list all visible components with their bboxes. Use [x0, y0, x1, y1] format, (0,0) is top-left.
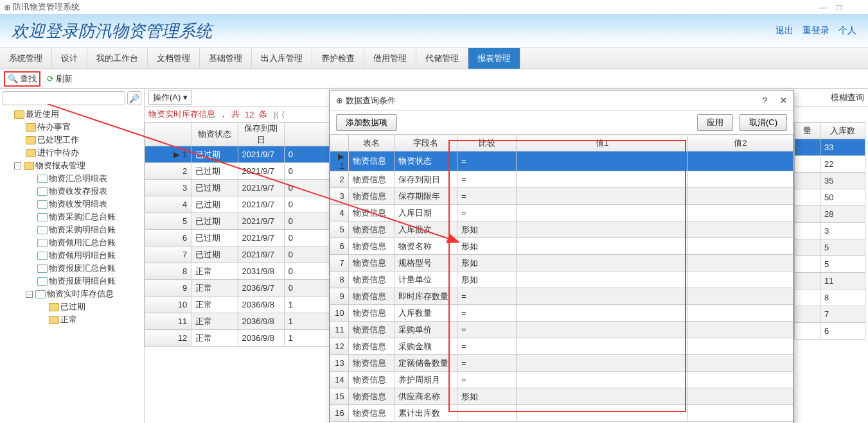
cell[interactable] — [795, 323, 820, 340]
col-header[interactable]: 值1 — [517, 135, 688, 151]
cell[interactable]: 0 — [284, 280, 330, 297]
cell[interactable]: 2036/9/8 — [238, 330, 284, 347]
cell[interactable]: 35 — [820, 173, 865, 189]
row-header[interactable]: 4 — [145, 196, 191, 213]
cell[interactable] — [517, 388, 688, 405]
col-header[interactable]: 保存到期日 — [238, 123, 284, 146]
cell[interactable]: 7 — [820, 306, 865, 323]
tree-expand-icon[interactable]: - — [26, 291, 33, 298]
cell[interactable]: = — [457, 372, 516, 388]
cell[interactable]: = — [457, 322, 516, 338]
cell[interactable]: 物资信息 — [348, 305, 394, 322]
cell[interactable]: 形如 — [457, 272, 516, 288]
cell[interactable]: 50 — [820, 189, 865, 206]
cell[interactable] — [687, 171, 793, 188]
cell[interactable]: 正常 — [191, 297, 238, 313]
menu-item[interactable]: 系统管理 — [0, 48, 52, 69]
row-header[interactable]: 16 — [330, 405, 349, 422]
cell[interactable] — [517, 151, 688, 171]
tree-node[interactable]: -物资报表管理 — [3, 159, 141, 172]
cell[interactable]: 保存到期日 — [394, 171, 457, 188]
cell[interactable]: 物资信息 — [348, 188, 394, 205]
cell[interactable] — [517, 405, 688, 422]
row-header[interactable]: 12 — [330, 338, 349, 355]
apply-button[interactable]: 应用 — [697, 114, 733, 131]
cell[interactable]: 形如 — [457, 221, 516, 238]
cell[interactable]: 22 — [820, 156, 865, 173]
refresh-button[interactable]: ⟳ 刷新 — [43, 72, 76, 86]
cell[interactable]: = — [457, 338, 516, 355]
data-table[interactable]: 物资状态保存到期日▶ 1已过期2021/9/702已过期2021/9/703已过… — [145, 122, 331, 347]
cell[interactable] — [517, 272, 688, 288]
cell[interactable]: 物资信息 — [348, 372, 394, 388]
row-header[interactable]: 9 — [145, 280, 191, 297]
cell[interactable] — [795, 273, 820, 289]
cell[interactable] — [795, 239, 820, 256]
cell[interactable]: 1 — [284, 297, 330, 313]
col-header[interactable]: 表名 — [348, 135, 394, 151]
menu-item[interactable]: 基础管理 — [200, 48, 252, 69]
cell[interactable]: 已过期 — [191, 180, 238, 196]
cell[interactable]: 2021/9/7 — [238, 146, 284, 163]
tree-node[interactable]: 物资报废汇总台账 — [3, 262, 141, 275]
cell[interactable] — [517, 221, 688, 238]
tree-node[interactable]: 物资报废明细台账 — [3, 275, 141, 288]
cell[interactable]: 2021/9/7 — [238, 230, 284, 246]
tree-node[interactable]: -物资实时库存信息 — [3, 288, 141, 300]
cell[interactable]: = — [457, 171, 516, 188]
cell[interactable]: 保存期限年 — [394, 188, 457, 205]
menu-item[interactable]: 报表管理 — [468, 48, 520, 69]
menu-item[interactable]: 养护检查 — [312, 48, 364, 69]
minimize-button[interactable]: — — [814, 3, 831, 12]
cell[interactable] — [517, 338, 688, 355]
cell[interactable] — [517, 355, 688, 372]
cell[interactable] — [795, 139, 820, 156]
cell[interactable] — [687, 322, 793, 338]
cell[interactable]: 1 — [284, 330, 330, 347]
tree-node[interactable]: 进行中待办 — [3, 146, 141, 159]
cell[interactable]: 定额储备数量 — [394, 355, 457, 372]
tree-node[interactable]: 物资领用汇总台账 — [3, 236, 141, 249]
tree-node[interactable]: 物资采购汇总台账 — [3, 211, 141, 223]
cell[interactable] — [517, 205, 688, 221]
row-header[interactable]: 3 — [330, 188, 349, 205]
cell[interactable]: 物资信息 — [348, 405, 394, 422]
cell[interactable]: 2021/9/7 — [238, 163, 284, 180]
cell[interactable]: 形如 — [457, 238, 516, 255]
menu-item[interactable]: 代储管理 — [416, 48, 468, 69]
row-header[interactable]: ▶ 1 — [145, 146, 191, 163]
row-header[interactable]: 11 — [330, 322, 349, 338]
menu-item[interactable]: 文档管理 — [148, 48, 200, 69]
cell[interactable] — [687, 355, 793, 372]
cell[interactable] — [517, 171, 688, 188]
row-header[interactable]: 8 — [330, 272, 349, 288]
row-header[interactable]: 10 — [330, 305, 349, 322]
cell[interactable]: 物资信息 — [348, 205, 394, 221]
cell[interactable]: 11 — [820, 273, 865, 289]
cell[interactable]: 2031/9/8 — [238, 263, 284, 280]
cell[interactable]: 供应商名称 — [394, 388, 457, 405]
cell[interactable] — [687, 151, 793, 171]
col-header[interactable] — [284, 123, 330, 146]
cell[interactable] — [517, 238, 688, 255]
cell[interactable] — [457, 405, 516, 422]
operation-menu[interactable]: 操作(A) ▾ — [148, 91, 192, 105]
cell[interactable]: = — [457, 188, 516, 205]
cell[interactable]: 0 — [284, 196, 330, 213]
row-header[interactable]: 2 — [330, 171, 349, 188]
cell[interactable]: 入库日期 — [394, 205, 457, 221]
col-header[interactable] — [145, 123, 191, 146]
col-header[interactable]: 入库数 — [820, 123, 865, 139]
cell[interactable]: 正常 — [191, 330, 238, 347]
cell[interactable]: 形如 — [457, 388, 516, 405]
sidebar-search-button[interactable]: 🔎 — [127, 91, 141, 105]
cell[interactable]: 1 — [284, 313, 330, 330]
relogin-link[interactable]: 重登录 — [802, 25, 829, 37]
cell[interactable]: 0 — [284, 230, 330, 246]
cell[interactable]: 物资状态 — [394, 151, 457, 171]
row-header[interactable]: 12 — [145, 330, 191, 347]
cell[interactable] — [687, 238, 793, 255]
cell[interactable]: 2021/9/7 — [238, 196, 284, 213]
row-header[interactable]: 9 — [330, 288, 349, 305]
cell[interactable] — [517, 305, 688, 322]
